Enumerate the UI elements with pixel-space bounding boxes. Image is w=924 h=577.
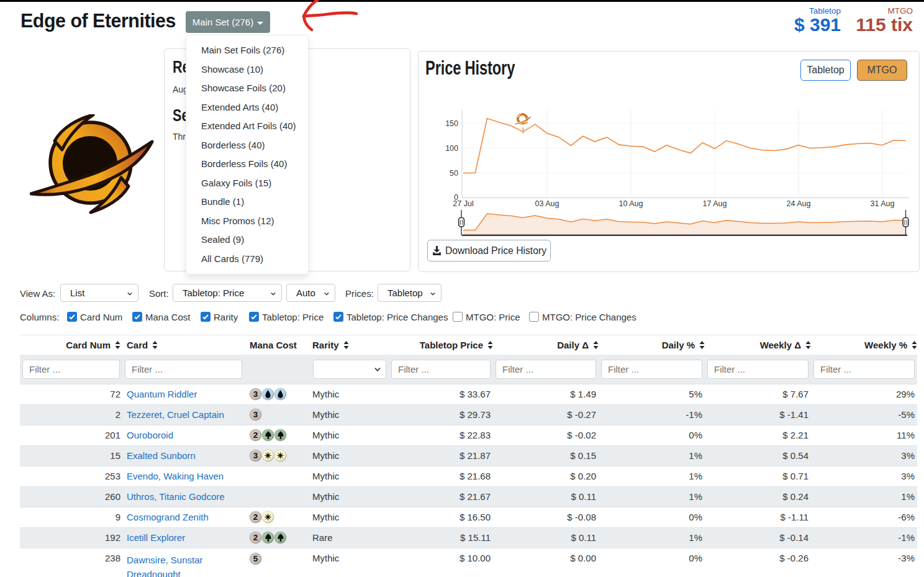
svg-text:24 Aug: 24 Aug [787,199,811,208]
svg-text:31 Aug: 31 Aug [871,199,895,208]
svg-text:17 Aug: 17 Aug [703,199,727,208]
svg-text:150: 150 [445,119,458,128]
svg-text:10 Aug: 10 Aug [619,199,643,208]
svg-text:100: 100 [445,144,458,153]
svg-text:27 Jul: 27 Jul [453,199,473,208]
svg-text:50: 50 [450,169,458,178]
svg-text:03 Aug: 03 Aug [535,199,559,208]
